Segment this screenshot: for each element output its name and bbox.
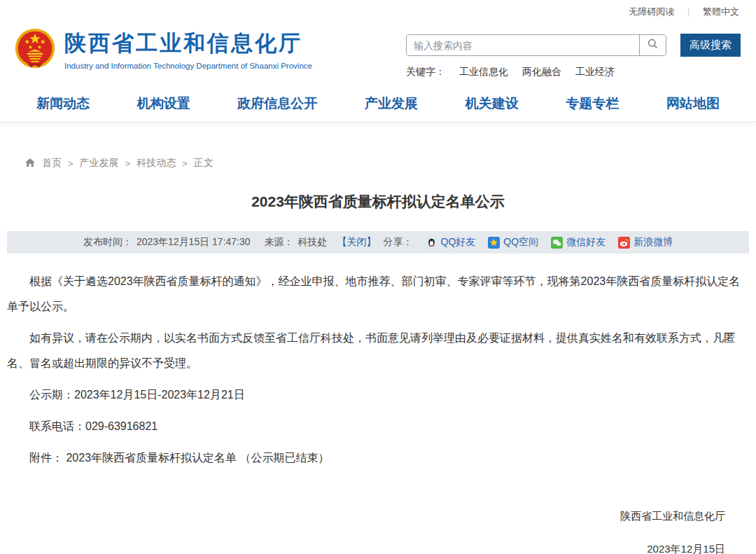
search-box [406, 34, 666, 56]
share-qq-friend[interactable]: QQ好友 [426, 236, 476, 249]
weibo-icon [618, 237, 630, 249]
breadcrumb-separator: > [125, 158, 131, 169]
nav-item-news[interactable]: 新闻动态 [36, 95, 90, 113]
qq-icon [426, 237, 438, 249]
article-body: 根据《关于遴选2023年陕西省质量标杆的通知》，经企业申报、地市推荐、部门初审、… [7, 269, 749, 471]
share-wechat-label: 微信好友 [566, 236, 606, 249]
publish-time: 2023年12月15日 17:47:30 [136, 236, 251, 249]
keyword-link[interactable]: 两化融合 [522, 66, 561, 78]
search-button[interactable] [639, 35, 666, 55]
breadcrumb-tech-news[interactable]: 科技动态 [136, 157, 176, 169]
share-label: 分享： [384, 236, 413, 249]
signature-org: 陕西省工业和信息化厅 [7, 510, 725, 523]
nav-item-sitemap[interactable]: 网站地图 [666, 95, 720, 113]
publicity-period-line: 公示期：2023年12月15日-2023年12月21日 [7, 382, 749, 408]
top-utility-bar: 无障碍阅读 ｜ 繁體中文 [0, 0, 756, 24]
wechat-icon [551, 237, 563, 249]
share-weibo[interactable]: 新浪微博 [618, 236, 673, 249]
publish-time-label: 发布时间： [83, 236, 132, 249]
breadcrumb-separator: > [68, 158, 74, 169]
close-button[interactable]: 【关闭】 [337, 236, 377, 249]
paragraph-basis: 根据《关于遴选2023年陕西省质量标杆的通知》，经企业申报、地市推荐、部门初审、… [7, 269, 749, 319]
site-title: 陕西省工业和信息化厅 [64, 29, 312, 58]
article-meta-bar: 发布时间： 2023年12月15日 17:47:30 来源： 科技处 【关闭】 … [7, 231, 749, 254]
contact-phone-line: 联系电话：029-63916821 [7, 414, 749, 439]
search-area: 高级搜索 关键字： 工业信息化 两化融合 工业经济 [406, 28, 741, 78]
keyword-link[interactable]: 工业经济 [575, 66, 615, 78]
attachment-line: 附件： 2023年陕西省质量标杆拟认定名单 （公示期已结束） [7, 445, 749, 471]
nav-item-topics[interactable]: 专题专栏 [566, 95, 619, 113]
advanced-search-button[interactable]: 高级搜索 [680, 34, 741, 57]
attachment-label: 附件： [29, 452, 63, 464]
qzone-icon [488, 237, 500, 249]
breadcrumb: 首页 > 产业发展 > 科技动态 > 正文 [24, 157, 749, 169]
home-icon [24, 158, 36, 169]
nav-item-gov-info[interactable]: 政府信息公开 [237, 95, 317, 113]
attachment-note: （公示期已结束） [240, 452, 330, 464]
source-label: 来源： [265, 236, 294, 249]
article-signature: 陕西省工业和信息化厅 2023年12月15日 [7, 510, 749, 554]
breadcrumb-home[interactable]: 首页 [42, 157, 62, 169]
site-title-english: Industry and Information Technology Depa… [64, 62, 312, 70]
topbar-separator: ｜ [684, 6, 693, 18]
main-content: 首页 > 产业发展 > 科技动态 > 正文 2023年陕西省质量标杆拟认定名单公… [0, 157, 756, 554]
share-weibo-label: 新浪微博 [634, 236, 673, 249]
keywords-label: 关键字： [406, 66, 445, 78]
brand-text: 陕西省工业和信息化厅 Industry and Information Tech… [64, 29, 312, 70]
keyword-link[interactable]: 工业信息化 [459, 66, 508, 78]
main-nav: 新闻动态 机构设置 政府信息公开 产业发展 机关建设 专题专栏 网站地图 [0, 85, 756, 122]
share-qzone-label: QQ空间 [503, 236, 538, 249]
search-input[interactable] [407, 35, 639, 55]
article-title: 2023年陕西省质量标杆拟认定名单公示 [7, 192, 749, 212]
share-qq-friend-label: QQ好友 [441, 236, 476, 249]
nav-item-organization[interactable]: 机构设置 [137, 95, 190, 113]
traditional-chinese-link[interactable]: 繁體中文 [703, 6, 739, 18]
attachment-link[interactable]: 2023年陕西省质量标杆拟认定名单 [66, 452, 237, 464]
search-keywords: 关键字： 工业信息化 两化融合 工业经济 [406, 66, 741, 78]
share-wechat[interactable]: 微信好友 [551, 236, 606, 249]
breadcrumb-industry[interactable]: 产业发展 [80, 157, 119, 169]
nav-item-agency[interactable]: 机关建设 [465, 95, 519, 113]
share-qzone[interactable]: QQ空间 [488, 236, 538, 249]
nav-item-industry[interactable]: 产业发展 [365, 95, 418, 113]
paragraph-objection: 如有异议，请在公示期内，以实名书面方式反馈至省工信厅科技处，书面意见请列举理由及… [7, 326, 749, 376]
accessibility-link[interactable]: 无障碍阅读 [629, 6, 674, 18]
breadcrumb-separator: > [182, 158, 188, 169]
search-icon [647, 38, 659, 53]
source-value: 科技处 [298, 236, 328, 249]
signature-date: 2023年12月15日 [7, 543, 725, 554]
site-brand[interactable]: 陕西省工业和信息化厅 Industry and Information Tech… [14, 28, 312, 70]
site-header: 陕西省工业和信息化厅 Industry and Information Tech… [0, 24, 756, 85]
breadcrumb-current: 正文 [194, 157, 214, 169]
national-emblem-logo [14, 28, 56, 70]
